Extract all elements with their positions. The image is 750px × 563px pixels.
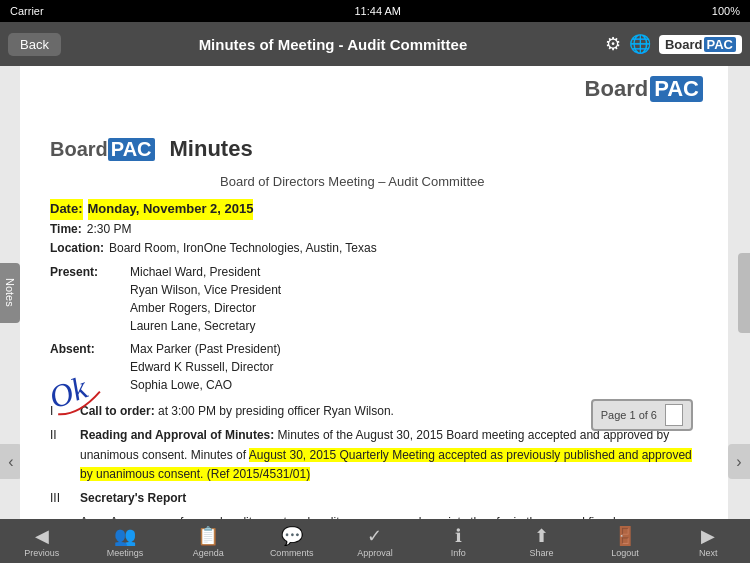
next-icon: ▶ bbox=[701, 525, 715, 547]
date-label: Date: bbox=[50, 199, 83, 220]
logout-icon: 🚪 bbox=[614, 525, 636, 547]
approval-icon: ✓ bbox=[367, 525, 382, 547]
page-badge-label: Page 1 of 6 bbox=[601, 409, 657, 421]
nav-title: Minutes of Meeting - Audit Committee bbox=[61, 36, 605, 53]
back-button[interactable]: Back bbox=[8, 33, 61, 56]
section-num-a: A. bbox=[80, 513, 100, 519]
time-value: 2:30 PM bbox=[87, 220, 132, 239]
list-item: Michael Ward, President bbox=[130, 263, 281, 281]
toolbar-logout[interactable]: 🚪 Logout bbox=[595, 525, 655, 558]
toolbar-comments[interactable]: 💬 Comments bbox=[262, 525, 322, 558]
toolbar-share-label: Share bbox=[530, 548, 554, 558]
status-bar: Carrier 11:44 AM 100% bbox=[0, 0, 750, 22]
right-arrow-button[interactable]: › bbox=[728, 444, 750, 479]
time-label: 11:44 AM bbox=[355, 5, 401, 17]
logo-pac-nav: PAC bbox=[704, 37, 736, 52]
page-icon bbox=[665, 404, 683, 426]
list-item: Max Parker (Past President) bbox=[130, 340, 281, 358]
toolbar-approval[interactable]: ✓ Approval bbox=[345, 525, 405, 558]
toolbar-meetings[interactable]: 👥 Meetings bbox=[95, 525, 155, 558]
date-value: Monday, November 2, 2015 bbox=[88, 199, 254, 220]
comments-icon: 💬 bbox=[281, 525, 303, 547]
toolbar-info[interactable]: ℹ Info bbox=[428, 525, 488, 558]
list-item: Edward K Russell, Director bbox=[130, 358, 281, 376]
toolbar-next-label: Next bbox=[699, 548, 718, 558]
location-line: Location: Board Room, IronOne Technologi… bbox=[50, 239, 703, 258]
location-label: Location: bbox=[50, 239, 104, 258]
doc-title: Minutes bbox=[170, 136, 253, 162]
globe-icon[interactable]: 🌐 bbox=[629, 33, 651, 55]
main-area: Notes ‹ Board PAC Board PAC Minutes Boar… bbox=[0, 66, 750, 519]
section-ii: II Reading and Approval of Minutes: Minu… bbox=[50, 426, 703, 484]
toolbar-previous-label: Previous bbox=[24, 548, 59, 558]
date-line: Date: Monday, November 2, 2015 bbox=[50, 199, 703, 220]
toolbar-meetings-label: Meetings bbox=[107, 548, 144, 558]
present-names: Michael Ward, President Ryan Wilson, Vic… bbox=[130, 263, 281, 335]
absent-names: Max Parker (Past President) Edward K Rus… bbox=[130, 340, 281, 394]
handwritten-ok-annotation: Ok bbox=[40, 356, 111, 432]
section-a: A. A summary of annual audit report and … bbox=[50, 513, 703, 519]
carrier-label: Carrier bbox=[10, 5, 44, 17]
doc-inline-logo: Board PAC bbox=[50, 138, 155, 161]
section-text-ii: Reading and Approval of Minutes: Minutes… bbox=[80, 426, 703, 484]
settings-icon[interactable]: ⚙ bbox=[605, 33, 621, 55]
boardpac-logo-nav: BoardPAC bbox=[659, 35, 742, 54]
battery-label: 100% bbox=[712, 5, 740, 17]
doc-subtitle: Board of Directors Meeting – Audit Commi… bbox=[50, 174, 703, 189]
meetings-icon: 👥 bbox=[114, 525, 136, 547]
doc-content: Board PAC Minutes Board of Directors Mee… bbox=[50, 81, 703, 519]
nav-icons: ⚙ 🌐 BoardPAC bbox=[605, 33, 742, 55]
list-item: Amber Rogers, Director bbox=[130, 299, 281, 317]
page-badge: Page 1 of 6 bbox=[591, 399, 693, 431]
time-line: Time: 2:30 PM bbox=[50, 220, 703, 239]
document-area: Board PAC Board PAC Minutes Board of Dir… bbox=[20, 66, 728, 519]
list-item: Ryan Wilson, Vice President bbox=[130, 281, 281, 299]
list-item: Lauren Lane, Secretary bbox=[130, 317, 281, 335]
toolbar-approval-label: Approval bbox=[357, 548, 393, 558]
section-text-iii: Secretary's Report bbox=[80, 489, 703, 508]
logo-pac-main: PAC bbox=[650, 76, 703, 102]
scroll-indicator[interactable] bbox=[738, 253, 750, 333]
inline-logo-board: Board bbox=[50, 138, 108, 161]
logo-board-main: Board bbox=[585, 76, 649, 102]
info-icon: ℹ bbox=[455, 525, 462, 547]
toolbar-previous[interactable]: ◀ Previous bbox=[12, 525, 72, 558]
time-label: Time: bbox=[50, 220, 82, 239]
agenda-icon: 📋 bbox=[197, 525, 219, 547]
left-arrow-button[interactable]: ‹ bbox=[0, 444, 22, 479]
present-label: Present: bbox=[50, 263, 130, 335]
toolbar-agenda-label: Agenda bbox=[193, 548, 224, 558]
section-text-a: A summary of annual audit report and aud… bbox=[110, 513, 703, 519]
location-value: Board Room, IronOne Technologies, Austin… bbox=[109, 239, 377, 258]
list-item: Sophia Lowe, CAO bbox=[130, 376, 281, 394]
present-section: Present: Michael Ward, President Ryan Wi… bbox=[50, 263, 703, 335]
notes-tab[interactable]: Notes bbox=[0, 263, 20, 323]
section-num-iii: III bbox=[50, 489, 70, 508]
inline-logo-pac: PAC bbox=[108, 138, 155, 161]
bottom-toolbar: ◀ Previous 👥 Meetings 📋 Agenda 💬 Comment… bbox=[0, 519, 750, 563]
logo-board-nav: Board bbox=[665, 37, 703, 52]
nav-bar: Back Minutes of Meeting - Audit Committe… bbox=[0, 22, 750, 66]
toolbar-share[interactable]: ⬆ Share bbox=[512, 525, 572, 558]
toolbar-next[interactable]: ▶ Next bbox=[678, 525, 738, 558]
previous-icon: ◀ bbox=[35, 525, 49, 547]
share-icon: ⬆ bbox=[534, 525, 549, 547]
doc-body: Date: Monday, November 2, 2015 Time: 2:3… bbox=[50, 199, 703, 519]
toolbar-info-label: Info bbox=[451, 548, 466, 558]
highlight-text: August 30, 2015 Quarterly Meeting accept… bbox=[80, 448, 692, 481]
toolbar-agenda[interactable]: 📋 Agenda bbox=[178, 525, 238, 558]
section-num-ii: II bbox=[50, 426, 70, 484]
section-iii: III Secretary's Report bbox=[50, 489, 703, 508]
boardpac-logo-main: Board PAC bbox=[585, 76, 703, 102]
toolbar-comments-label: Comments bbox=[270, 548, 314, 558]
absent-section: Absent: Max Parker (Past President) Edwa… bbox=[50, 340, 703, 394]
toolbar-logout-label: Logout bbox=[611, 548, 639, 558]
svg-text:Ok: Ok bbox=[44, 369, 92, 416]
